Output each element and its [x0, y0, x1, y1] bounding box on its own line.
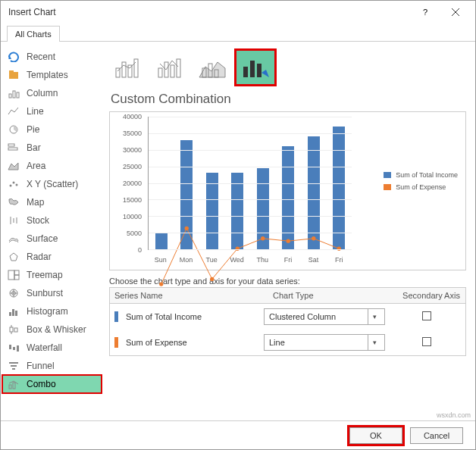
secondary-axis-cell — [393, 311, 461, 323]
sidebar-item-label: Histogram — [27, 306, 68, 317]
chart-type-icon — [7, 87, 20, 99]
svg-rect-55 — [250, 61, 255, 77]
legend-label-1: Sum of Expense — [396, 183, 446, 191]
svg-rect-11 — [8, 148, 17, 150]
sidebar-item-x-y-scatter-[interactable]: X Y (Scatter) — [2, 175, 102, 193]
help-button[interactable]: ? — [410, 2, 440, 23]
svg-point-13 — [10, 185, 12, 187]
sidebar-item-area[interactable]: Area — [2, 157, 102, 175]
secondary-axis-checkbox[interactable] — [422, 337, 431, 346]
header-secondary-axis: Secondary Axis — [397, 288, 465, 303]
sidebar-item-label: Area — [27, 161, 45, 171]
svg-rect-46 — [158, 68, 162, 77]
combo-icon-2 — [155, 55, 186, 80]
y-axis-ticks: 0500010000150002000025000300003500040000 — [110, 117, 145, 250]
svg-rect-30 — [10, 327, 13, 332]
sidebar-item-line[interactable]: Line — [2, 102, 102, 120]
close-icon — [451, 8, 460, 17]
sidebar-item-sunburst[interactable]: Sunburst — [2, 284, 102, 302]
sidebar-item-label: Combo — [27, 379, 56, 389]
chart-type-icon — [7, 287, 20, 299]
chart-type-dropdown[interactable]: Line▾ — [264, 334, 385, 351]
chart-type-icon — [7, 142, 20, 154]
svg-rect-10 — [8, 144, 14, 146]
sidebar-item-pie[interactable]: Pie — [2, 120, 102, 139]
svg-rect-41 — [13, 383, 15, 389]
subtype-stacked-area-column[interactable] — [194, 51, 232, 84]
svg-rect-20 — [8, 270, 14, 280]
svg-rect-21 — [14, 270, 19, 275]
chart-type-sidebar: RecentTemplatesColumnLinePieBarAreaX Y (… — [1, 42, 103, 420]
sidebar-item-label: Bar — [27, 142, 41, 153]
svg-marker-12 — [8, 163, 18, 170]
sidebar-item-label: Sunburst — [27, 288, 63, 298]
series-name-label: Sum of Expense — [126, 338, 264, 347]
sidebar-item-surface[interactable]: Surface — [2, 230, 102, 248]
chart-type-icon — [7, 69, 20, 81]
svg-rect-49 — [177, 59, 180, 77]
chart-type-icon — [7, 233, 20, 245]
sidebar-item-bar[interactable]: Bar — [2, 139, 102, 157]
svg-point-57 — [159, 282, 163, 286]
sidebar-item-stock[interactable]: Stock — [2, 211, 102, 230]
svg-rect-5 — [9, 70, 14, 73]
sidebar-item-label: Column — [27, 88, 58, 98]
cancel-button[interactable]: Cancel — [410, 427, 463, 444]
chevron-down-icon: ▾ — [368, 309, 381, 324]
chevron-down-icon: ▾ — [368, 335, 381, 350]
sidebar-item-label: Funnel — [27, 361, 55, 371]
secondary-axis-cell — [393, 337, 461, 348]
series-color-swatch — [114, 311, 118, 322]
secondary-axis-checkbox[interactable] — [422, 311, 431, 320]
sidebar-item-funnel[interactable]: Funnel — [2, 357, 102, 375]
svg-point-63 — [312, 236, 315, 240]
chart-type-icon — [7, 214, 20, 227]
svg-point-59 — [210, 277, 214, 281]
svg-rect-54 — [243, 67, 248, 77]
sidebar-item-histogram[interactable]: Histogram — [2, 302, 102, 320]
line-series — [149, 117, 352, 320]
chart-type-icon — [7, 251, 20, 263]
subtype-clustered-column-line-secondary[interactable] — [152, 51, 189, 84]
sidebar-item-radar[interactable]: Radar — [2, 248, 102, 266]
sidebar-item-treemap[interactable]: Treemap — [2, 266, 102, 284]
sidebar-item-label: X Y (Scatter) — [27, 179, 78, 189]
sidebar-item-box-whisker[interactable]: Box & Whisker — [2, 320, 102, 339]
sidebar-item-label: Templates — [27, 70, 68, 80]
ok-button[interactable]: OK — [349, 427, 402, 444]
close-button[interactable] — [440, 2, 471, 23]
svg-rect-33 — [14, 328, 17, 332]
sidebar-item-templates[interactable]: Templates — [2, 66, 102, 84]
watermark: wsxdn.com — [437, 411, 471, 419]
chart-type-icon — [7, 378, 20, 390]
chart-plot-area — [148, 117, 352, 250]
sidebar-item-combo[interactable]: Combo — [2, 375, 102, 393]
svg-rect-38 — [11, 365, 17, 367]
chart-type-icon — [7, 123, 20, 136]
chart-type-icon — [7, 196, 20, 208]
chart-preview[interactable]: 0500010000150002000025000300003500040000… — [109, 111, 466, 270]
dropdown-value: Line — [269, 338, 285, 347]
sidebar-item-column[interactable]: Column — [2, 84, 102, 102]
subtype-custom-combination[interactable] — [236, 51, 274, 84]
series-row: Sum of ExpenseLine▾ — [110, 330, 465, 355]
svg-point-15 — [16, 184, 18, 186]
combo-icon-3 — [198, 55, 228, 80]
sidebar-item-waterfall[interactable]: Waterfall — [2, 339, 102, 357]
subtype-clustered-column-line[interactable] — [109, 51, 147, 84]
svg-rect-22 — [14, 275, 19, 280]
svg-rect-7 — [13, 91, 15, 98]
tab-all-charts[interactable]: All Charts — [7, 26, 60, 42]
svg-rect-43 — [122, 62, 126, 77]
sidebar-item-recent[interactable]: Recent — [2, 48, 102, 66]
question-icon: ? — [421, 8, 430, 17]
dialog-footer: OK Cancel — [1, 420, 475, 449]
svg-rect-27 — [9, 312, 11, 316]
svg-rect-29 — [15, 311, 17, 316]
sidebar-item-map[interactable]: Map — [2, 193, 102, 211]
chart-type-icon — [7, 323, 20, 336]
svg-rect-39 — [12, 368, 15, 370]
svg-rect-45 — [134, 59, 138, 77]
combo-icon-1 — [113, 55, 143, 80]
chart-type-icon — [7, 269, 20, 281]
